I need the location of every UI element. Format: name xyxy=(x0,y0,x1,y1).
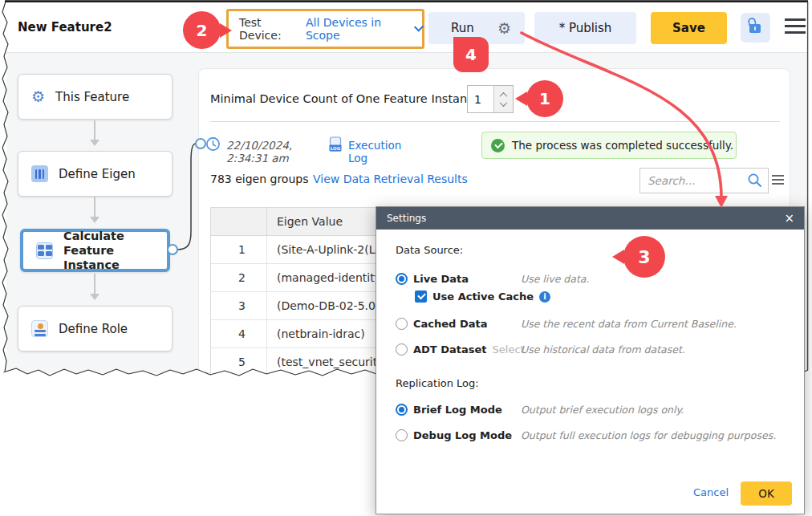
dialog-header[interactable]: Settings × xyxy=(376,207,804,230)
data-source-label: Data Source: xyxy=(396,244,463,256)
callout-3: 3 xyxy=(623,236,665,278)
option-brief-log-mode[interactable]: Brief Log Mode Output brief execution lo… xyxy=(396,403,796,416)
callout-4: 4 xyxy=(453,37,489,72)
callout-pointer xyxy=(220,23,232,38)
flow-arrow xyxy=(94,274,95,299)
step-define-eigen[interactable]: Define Eigen xyxy=(18,151,173,197)
option-use-active-cache[interactable]: Use Active Cache i xyxy=(415,290,796,303)
dialog-title: Settings xyxy=(387,213,784,224)
spinner-down-icon[interactable] xyxy=(500,99,508,107)
info-icon[interactable]: i xyxy=(539,291,550,303)
divider xyxy=(210,121,780,122)
publish-button[interactable]: * Publish xyxy=(534,12,636,44)
step-define-role[interactable]: Define Role xyxy=(18,306,173,351)
option-cached-data[interactable]: Cached Data Use the recent data from Cur… xyxy=(396,317,796,331)
option-live-data[interactable]: Live Data Use live data. xyxy=(396,272,796,286)
annotated-screenshot: New Feature2 Test Device: All Devices in… xyxy=(0,0,812,516)
test-device-label: Test Device: xyxy=(239,16,300,42)
ok-button[interactable]: OK xyxy=(741,481,792,506)
table-menu-icon[interactable] xyxy=(772,175,786,187)
spinner-buttons[interactable] xyxy=(493,86,513,112)
settings-dialog: Settings × Data Source: Live Data Use li… xyxy=(376,206,805,514)
flow-arrow xyxy=(94,120,95,144)
execution-log-link[interactable]: Execution Log xyxy=(348,139,401,165)
callout-pointer xyxy=(515,91,527,106)
eigen-value-header: Eigen Value xyxy=(267,215,343,228)
toolbar: New Feature2 Test Device: All Devices in… xyxy=(6,2,808,53)
option-debug-log-mode[interactable]: Debug Log Mode Output full execution log… xyxy=(396,429,796,442)
test-device-dropdown[interactable]: Test Device: All Devices in Scope xyxy=(226,9,424,49)
cancel-button[interactable]: Cancel xyxy=(693,486,729,498)
execution-log-icon[interactable]: LOG xyxy=(329,136,343,152)
search-icon[interactable] xyxy=(747,173,763,189)
unlock-button[interactable] xyxy=(741,13,770,43)
role-icon xyxy=(31,320,48,337)
run-label: Run xyxy=(451,21,474,35)
min-device-count-input[interactable] xyxy=(468,86,493,112)
success-message: The process was completed successfully. xyxy=(481,132,737,159)
step-calculate-feature-instance[interactable]: Calculate Feature Instance xyxy=(20,229,170,272)
feature-gear-icon: ⚙ xyxy=(31,89,45,104)
eigen-icon xyxy=(31,165,48,182)
callout-1: 1 xyxy=(526,80,563,117)
step-label: Define Eigen xyxy=(59,167,136,181)
callout-2: 2 xyxy=(183,11,221,49)
chevron-down-icon xyxy=(414,22,424,31)
replication-log-label: Replication Log: xyxy=(396,377,479,389)
success-check-icon xyxy=(491,139,505,152)
save-button[interactable]: Save xyxy=(651,12,727,44)
page-title: New Feature2 xyxy=(18,20,112,35)
flow-arrow xyxy=(94,197,95,221)
view-data-retrieval-link[interactable]: View Data Retrieval Results xyxy=(313,173,468,185)
svg-text:LOG: LOG xyxy=(331,146,341,151)
test-device-value[interactable]: All Devices in Scope xyxy=(306,16,408,42)
search-box[interactable] xyxy=(639,168,769,193)
step-label: This Feature xyxy=(55,90,129,104)
radio-cached-data[interactable] xyxy=(396,318,408,330)
min-device-count-spinner[interactable] xyxy=(467,85,514,113)
step-label: Calculate Feature Instance xyxy=(63,229,167,272)
radio-brief-log-mode[interactable] xyxy=(396,404,408,416)
eigen-groups-count: 783 eigen groups xyxy=(210,173,308,185)
gear-icon[interactable]: ⚙ xyxy=(497,21,511,36)
hamburger-menu-icon[interactable] xyxy=(785,18,809,38)
option-adt-dataset[interactable]: ADT Dataset Select Use historical data f… xyxy=(396,343,796,356)
adt-select-link[interactable]: Select xyxy=(493,343,525,356)
radio-adt-dataset[interactable] xyxy=(396,343,408,356)
calculate-grid-icon xyxy=(36,242,53,259)
checkbox-use-active-cache[interactable] xyxy=(415,291,427,303)
callout-pointer xyxy=(612,250,624,264)
min-device-count-label: Minimal Device Count of One Feature Inst… xyxy=(210,92,481,105)
radio-debug-log-mode[interactable] xyxy=(396,429,408,441)
execution-timestamp: 22/10/2024, 2:34:31 am xyxy=(226,139,292,165)
step-label: Define Role xyxy=(59,322,128,336)
radio-live-data[interactable] xyxy=(396,273,408,285)
clock-icon xyxy=(205,136,221,152)
step-this-feature[interactable]: ⚙ This Feature xyxy=(18,74,173,120)
search-input[interactable] xyxy=(640,174,747,187)
close-icon[interactable]: × xyxy=(784,213,794,225)
index-column-header xyxy=(211,208,267,235)
